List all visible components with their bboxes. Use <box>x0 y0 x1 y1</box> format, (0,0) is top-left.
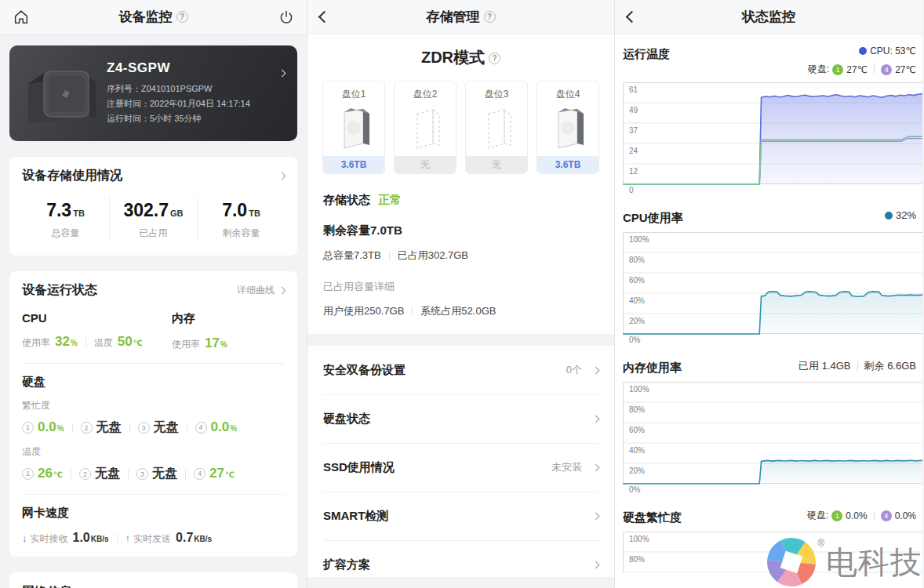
help-icon[interactable] <box>489 53 500 64</box>
disk-size-tag: 3.6TB <box>537 156 598 173</box>
chevron-right-icon <box>592 415 600 423</box>
cpu-usage-label: 使用率 <box>22 336 50 350</box>
mid-header: 存储管理 <box>307 0 614 34</box>
power-icon[interactable] <box>278 9 294 25</box>
menu-item-ssd-usage[interactable]: SSD使用情况 未安装 <box>307 443 614 492</box>
used-detail-label: 已占用容量详细 <box>323 280 598 294</box>
stat-used: 302.7GB 已占用 <box>109 197 197 241</box>
disk1-badge: 1 <box>832 64 843 75</box>
svg-text:61: 61 <box>629 85 638 94</box>
disk-slot-2[interactable]: 盘位2 无 <box>394 81 457 174</box>
cpu-usage-dot <box>885 212 893 220</box>
disk-temp-label: 温度 <box>22 445 285 459</box>
storage-stats: 7.3TB 总容量 302.7GB 已占用 7.0TB 剩余容量 <box>22 197 285 241</box>
used-capacity: 已占用302.7GB <box>398 249 468 263</box>
cpu-usage-legend: 32% <box>885 209 916 221</box>
disk-icon <box>323 101 384 156</box>
svg-text:40%: 40% <box>629 446 645 455</box>
svg-text:0%: 0% <box>629 485 641 493</box>
stat-used-value: 302.7 <box>123 200 169 220</box>
storage-status-label: 存储状态 <box>323 193 370 208</box>
cpu-section-header: CPU使用率 32% <box>623 209 916 226</box>
detail-curve-link[interactable]: 详细曲线 <box>237 284 285 297</box>
device-registered: 注册时间：2022年01月04日 14:17:14 <box>107 96 286 111</box>
svg-text:0%: 0% <box>629 336 641 343</box>
svg-text:49: 49 <box>629 106 638 114</box>
mem-usage-chart: 100%80%60%40%20%0% <box>623 382 922 493</box>
nic-values: ↓实时接收1.0KB/s ↑实时发送0.7KB/s <box>22 531 285 546</box>
mem-section-header: 内存使用率 已用 1.4GB 剩余 6.6GB <box>623 359 916 376</box>
device-serial: 序列号：Z0410101PSGPW <box>107 82 286 96</box>
svg-text:24: 24 <box>629 147 638 155</box>
disk1-badge: 1 <box>831 510 842 521</box>
menu-item-smart-check[interactable]: SMART检测 <box>307 492 614 540</box>
disk-size-tag: 3.6TB <box>323 156 384 173</box>
device-info: Z4-SGPW 序列号：Z0410101PSGPW 注册时间：2022年01月0… <box>107 60 286 127</box>
disk-temp-values: 126℃ 2无盘 3无盘 427℃ <box>22 466 285 482</box>
bottom-strip <box>307 577 614 588</box>
device-card[interactable]: Z4-SGPW 序列号：Z0410101PSGPW 注册时间：2022年01月0… <box>9 45 297 141</box>
panel-storage-manage: 存储管理 ZDR模式 盘位1 3.6TB 盘位2 <box>307 0 615 588</box>
device-name: Z4-SGPW <box>107 60 286 76</box>
help-icon[interactable] <box>176 11 188 23</box>
disk-busy-legend: 硬盘: 1 0.0% 4 0.0% <box>807 509 916 522</box>
mid-page-title: 存储管理 <box>307 8 614 26</box>
disk-slots: 盘位1 3.6TB 盘位2 <box>322 81 599 174</box>
svg-text:80%: 80% <box>629 256 645 264</box>
chevron-right-icon <box>592 366 600 374</box>
svg-text:20%: 20% <box>629 317 645 325</box>
disk-size-tag: 无 <box>395 156 456 173</box>
chevron-right-icon <box>592 512 600 520</box>
disk4-badge: 4 <box>881 64 892 75</box>
empty-slot-icon <box>466 101 527 156</box>
disk-busy-title: 硬盘繁忙度 <box>623 509 682 525</box>
chevron-right-icon <box>278 172 286 180</box>
network-info-title: 网络信息 <box>22 584 72 588</box>
stat-used-label: 已占用 <box>110 227 197 240</box>
stat-free-label: 剩余容量 <box>198 227 285 240</box>
mem-usage-title: 内存使用率 <box>623 359 682 376</box>
cpu-usage-chart: 100%80%60%40%20%0% <box>623 232 922 343</box>
mem-usage-legend: 已用 1.4GB 剩余 6.6GB <box>798 359 916 373</box>
right-page-title: 状态监控 <box>615 8 922 26</box>
menu-item-dual-backup[interactable]: 安全双备份设置 0个 <box>307 346 614 394</box>
cpu-temp-label: 温度 <box>94 336 113 350</box>
stat-total-unit: TB <box>73 209 85 218</box>
svg-text:100%: 100% <box>629 385 649 394</box>
right-header: 状态监控 <box>615 0 922 34</box>
device-uptime: 运行时间：5小时 35分钟 <box>107 111 286 126</box>
left-page-title: 设备监控 <box>0 8 307 26</box>
busy-section-header: 硬盘繁忙度 硬盘: 1 0.0% 4 0.0% <box>623 509 916 525</box>
user-used: 用户使用250.7GB <box>323 304 404 318</box>
storage-usage-header[interactable]: 设备存储使用情况 <box>22 168 285 184</box>
cpu-temp-value: 50 <box>118 334 133 350</box>
temp-section-header: 运行温度 CPU: 53℃ 硬盘: 1 27℃ 4 27℃ <box>623 45 916 76</box>
storage-usage-card: 设备存储使用情况 7.3TB 总容量 302.7GB 已占用 7.0TB 剩余容… <box>9 157 297 256</box>
svg-text:100%: 100% <box>629 535 649 543</box>
panel-status-monitor: 状态监控 运行温度 CPU: 53℃ 硬盘: 1 27℃ 4 27℃ <box>615 0 922 588</box>
running-status-title: 设备运行状态 <box>22 282 97 299</box>
upload-arrow-icon: ↑ <box>126 532 131 544</box>
storage-usage-title: 设备存储使用情况 <box>22 168 122 184</box>
disk-slot-4[interactable]: 盘位4 3.6TB <box>537 81 599 174</box>
network-info-card[interactable]: 网络信息 <box>9 572 297 588</box>
panel-device-monitor: 设备监控 Z4-SGPW 序列号：Z <box>0 0 307 588</box>
cpu-usage-value: 32 <box>55 334 70 350</box>
storage-menu-list: 安全双备份设置 0个 硬盘状态 SSD使用情况 未安装 SMART检测 扩容方案 <box>307 346 614 588</box>
menu-item-disk-status[interactable]: 硬盘状态 <box>307 394 614 443</box>
stat-used-unit: GB <box>170 209 184 218</box>
temp-title: 运行温度 <box>623 45 670 62</box>
svg-text:40%: 40% <box>629 296 645 305</box>
help-icon[interactable] <box>484 11 496 23</box>
disk-slot-1[interactable]: 盘位1 3.6TB <box>322 81 385 174</box>
running-status-card: 设备运行状态 详细曲线 CPU 使用率 32% 温度 50℃ 内存 <box>9 271 297 557</box>
temperature-chart: 61493724120 <box>623 82 922 194</box>
zdr-mode-title: ZDR模式 <box>307 47 614 68</box>
disk-busy-chart: 100%80%60%40%20%0% <box>623 532 922 573</box>
busy-label: 繁忙度 <box>22 399 285 412</box>
disk-title: 硬盘 <box>22 375 285 390</box>
stat-free: 7.0TB 剩余容量 <box>197 197 285 241</box>
stat-total: 7.3TB 总容量 <box>22 197 109 241</box>
disk-slot-3[interactable]: 盘位3 无 <box>465 81 528 174</box>
mem-usage-label: 使用率 <box>172 338 200 351</box>
